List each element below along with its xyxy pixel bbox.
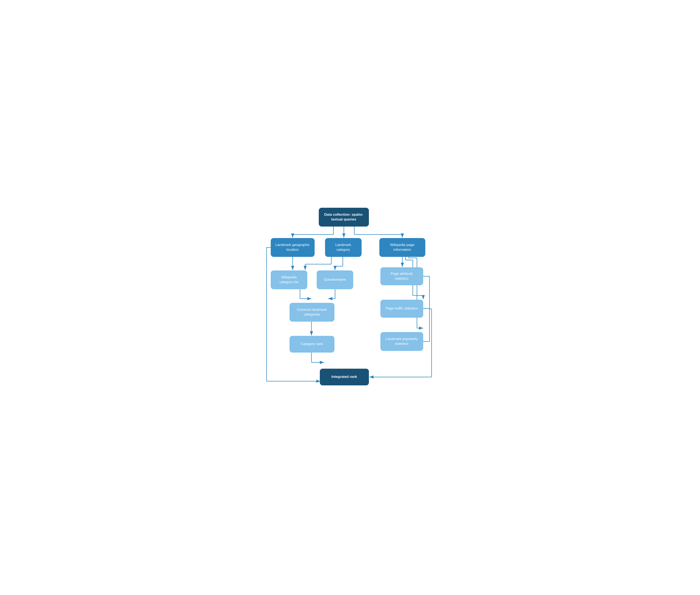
wiki-page-info-label: Wikipedia page information [383, 243, 421, 252]
wiki-cat-list-label: Wikipedia category list [274, 275, 303, 285]
page-traffic-stats-node: Page traffic statistics [380, 300, 423, 318]
category-rank-label: Category rank [301, 342, 323, 346]
wiki-page-info-node: Wikipedia page information [379, 238, 425, 257]
landmark-pop-stats-label: Landmark popularity statistics [384, 337, 419, 346]
landmark-geo-label: Landmark geographic location [274, 243, 311, 252]
landmark-cat-node: Landmark category [325, 238, 361, 257]
data-collection-node: Data collection: spatio-textual queries [319, 208, 369, 227]
questionnaire-node: Questionnaire [317, 271, 353, 289]
landmark-pop-stats-node: Landmark popularity statistics [380, 332, 423, 351]
questionnaire-label: Questionnaire [324, 277, 346, 282]
wiki-cat-list-node: Wikipedia category list [271, 271, 307, 289]
common-landmark-cats-node: Common landmark categories [290, 303, 334, 322]
category-rank-node: Category rank [290, 336, 334, 352]
integrated-rank-label: Integrated rank [331, 374, 357, 379]
integrated-rank-node: Integrated rank [320, 369, 369, 386]
page-attr-stats-label: Page attribute statistics [384, 272, 419, 281]
page-traffic-stats-label: Page traffic statistics [385, 306, 418, 311]
page-attr-stats-node: Page attribute statistics [380, 267, 423, 285]
connectors-svg [260, 203, 440, 392]
diagram-container: Data collection: spatio-textual queries … [260, 203, 440, 392]
landmark-geo-node: Landmark geographic location [271, 238, 315, 257]
landmark-cat-label: Landmark category [329, 243, 358, 252]
common-landmark-cats-label: Common landmark categories [293, 307, 331, 317]
data-collection-label: Data collection: spatio-textual queries [323, 213, 365, 222]
